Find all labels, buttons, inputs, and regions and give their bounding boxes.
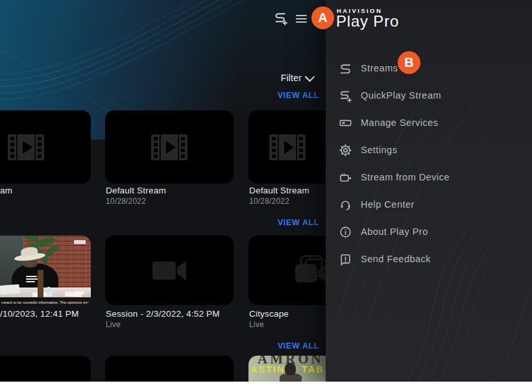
menu-list: Streams QuickPlay Stream Manage Services	[339, 55, 526, 273]
stream-title: Default Stream	[249, 186, 309, 195]
ticker-bar: meant to be comedic informative. The opi…	[0, 297, 91, 305]
stream-date: 10/28/2022	[249, 197, 289, 206]
stream-title: /10/2023, 12:41 PM	[0, 309, 79, 319]
stream-card[interactable]	[0, 356, 91, 382]
info-icon	[339, 225, 352, 239]
menu-item-label: Streams	[361, 63, 398, 73]
stream-card[interactable]: AMRON ASTIN TAB	[248, 356, 326, 382]
settings-gear-icon	[339, 143, 352, 157]
multiview-icon	[295, 255, 326, 285]
menu-item-help-center[interactable]: Help Center	[339, 191, 526, 218]
help-center-icon	[339, 198, 352, 212]
menu-item-manage-services[interactable]: Manage Services	[339, 109, 526, 136]
manage-services-icon	[339, 116, 352, 130]
stream-title: am	[0, 186, 12, 195]
feedback-icon	[339, 252, 352, 266]
stream-card[interactable]	[248, 110, 326, 184]
laptop	[0, 284, 19, 295]
menu-item-label: About Play Pro	[361, 227, 428, 237]
channel-logo	[74, 291, 84, 295]
streams-icon	[339, 62, 352, 75]
stream-card[interactable]	[248, 236, 326, 305]
stream-from-device-icon	[339, 171, 352, 184]
channel-logo	[74, 240, 86, 244]
stream-title: Default Stream	[106, 186, 166, 195]
menu-item-stream-from-device[interactable]: Stream from Device	[339, 164, 526, 191]
menu-item-label: Send Feedback	[361, 254, 431, 264]
film-reel-icon	[269, 132, 306, 162]
menu-item-streams[interactable]: Streams	[339, 55, 526, 82]
view-all-link[interactable]: VIEW ALL	[278, 218, 319, 227]
menu-item-about-play-pro[interactable]: About Play Pro	[339, 218, 526, 245]
stream-date: 10/28/2022	[106, 197, 146, 206]
view-all-link[interactable]: VIEW ALL	[278, 341, 319, 350]
app-stage: Filter VIEW ALL VIEW ALL VIEW ALL	[0, 0, 532, 382]
chevron-down-icon	[305, 71, 315, 82]
menu-item-quickplay-stream[interactable]: QuickPlay Stream	[339, 82, 526, 109]
menu-item-label: Stream from Device	[361, 172, 450, 182]
ticker-text: meant to be comedic informative. The opi…	[1, 300, 91, 305]
menu-item-label: Manage Services	[361, 117, 439, 128]
poster-subtitle-right: TAB	[302, 364, 324, 374]
live-badge: Live	[106, 320, 121, 329]
stream-card[interactable]	[105, 110, 234, 184]
poster-subtitle-left: ASTIN	[250, 364, 285, 374]
video-camera-icon	[151, 259, 187, 282]
stream-title: Session - 2/3/2022, 4:52 PM	[106, 309, 220, 319]
stream-card[interactable]	[105, 356, 234, 382]
stream-title: Cityscape	[249, 309, 289, 319]
film-reel-icon	[151, 132, 188, 162]
film-reel-icon	[7, 132, 45, 162]
menu-item-label: Settings	[361, 145, 397, 155]
person-head	[285, 363, 296, 375]
content-area: Filter VIEW ALL VIEW ALL VIEW ALL	[0, 0, 326, 382]
filter-button[interactable]: Filter	[281, 73, 313, 83]
quickplay-stream-icon	[339, 89, 352, 103]
screen: Filter VIEW ALL VIEW ALL VIEW ALL	[0, 0, 532, 392]
menu-item-send-feedback[interactable]: Send Feedback	[339, 245, 526, 273]
stream-card[interactable]	[0, 110, 91, 184]
stream-card[interactable]	[105, 236, 234, 305]
menu-panel: HAIVISION Play Pro Streams QuickPlay Str…	[326, 0, 532, 382]
stream-card[interactable]: meant to be comedic informative. The opi…	[0, 236, 91, 305]
quickplay-add-icon[interactable]	[273, 10, 288, 28]
app-title: Play Pro	[336, 12, 399, 31]
page-margin-strip	[0, 382, 532, 392]
menu-item-label: Help Center	[361, 199, 415, 210]
menu-item-settings[interactable]: Settings	[339, 136, 526, 164]
hamburger-menu-icon[interactable]	[296, 13, 307, 25]
callout-b-badge: B	[398, 51, 420, 74]
live-badge: Live	[249, 320, 264, 329]
callout-a-badge: A	[311, 6, 334, 29]
view-all-link[interactable]: VIEW ALL	[278, 91, 319, 100]
menu-item-label: QuickPlay Stream	[361, 90, 441, 101]
filter-label: Filter	[281, 73, 302, 83]
